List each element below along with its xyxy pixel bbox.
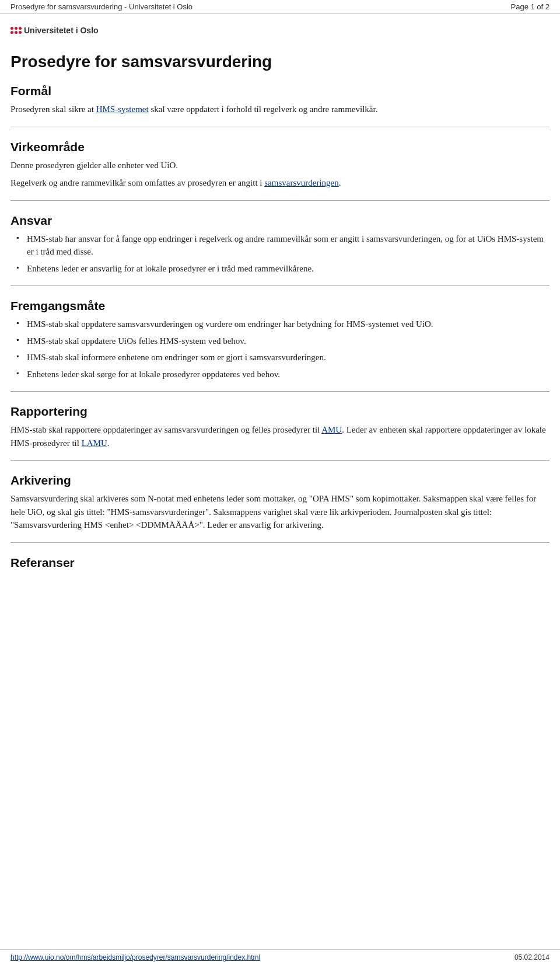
section-heading-fremgangsmate: Fremgangsmåte	[10, 299, 550, 313]
logo-text: Universitetet i Oslo	[24, 26, 99, 35]
section-heading-arkivering: Arkivering	[10, 473, 550, 487]
fremgangsmate-item-2: HMS-stab skal oppdatere UiOs felles HMS-…	[16, 335, 550, 348]
section-heading-virkeomrade: Virkeområde	[10, 140, 550, 154]
header-title: Prosedyre for samsvarsvurdering - Univer…	[10, 2, 192, 11]
logo-dots	[10, 27, 22, 34]
fremgangsmate-item-4: Enhetens leder skal sørge for at lokale …	[16, 368, 550, 381]
ansvar-item-2: Enhetens leder er ansvarlig for at lokal…	[16, 262, 550, 276]
amu-link[interactable]: AMU	[321, 425, 342, 434]
document-title: Prosedyre for samsvarsvurdering	[10, 53, 550, 71]
page-number: Page 1 of 2	[511, 2, 550, 11]
main-content: Prosedyre for samsvarsvurdering Formål P…	[0, 41, 560, 609]
fremgangsmate-item-1: HMS-stab skal oppdatere samsvarsvurderin…	[16, 318, 550, 331]
section-heading-ansvar: Ansvar	[10, 214, 550, 228]
divider-referanser	[10, 542, 550, 543]
fremgangsmate-list: HMS-stab skal oppdatere samsvarsvurderin…	[10, 318, 550, 381]
footer-url[interactable]: http://www.uio.no/om/hms/arbeidsmiljo/pr…	[10, 953, 260, 961]
logo-area: Universitetet i Oslo	[0, 14, 560, 41]
rapportering-paragraph: HMS-stab skal rapportere oppdateringer a…	[10, 423, 550, 450]
arkivering-paragraph: Samsvarsvurdering skal arkiveres som N-n…	[10, 492, 550, 532]
formal-paragraph: Prosedyren skal sikre at HMS-systemet sk…	[10, 103, 550, 116]
page-footer: http://www.uio.no/om/hms/arbeidsmiljo/pr…	[0, 949, 560, 965]
samsvarsvurderingen-link-1[interactable]: samsvarsvurderingen	[264, 178, 338, 187]
uio-logo-icon: Universitetet i Oslo	[10, 26, 99, 35]
divider-ansvar	[10, 200, 550, 201]
divider-virkeomrade	[10, 127, 550, 127]
logo-dot-3	[19, 27, 22, 30]
lamu-link[interactable]: LAMU	[82, 438, 107, 448]
hms-systemet-link[interactable]: HMS-systemet	[96, 104, 149, 114]
logo-dot-5	[15, 31, 18, 34]
section-heading-referanser: Referanser	[10, 556, 550, 570]
divider-arkivering	[10, 460, 550, 461]
logo-dot-2	[15, 27, 18, 30]
divider-fremgangsmate	[10, 285, 550, 286]
ansvar-item-1: HMS-stab har ansvar for å fange opp endr…	[16, 232, 550, 259]
logo-dot-4	[10, 31, 13, 34]
logo-dot-1	[10, 27, 13, 30]
page-header: Prosedyre for samsvarsvurdering - Univer…	[0, 0, 560, 14]
footer-date: 05.02.2014	[514, 953, 550, 961]
virkeomrade-paragraph-2: Regelverk og andre rammevilkår som omfat…	[10, 176, 550, 190]
ansvar-list: HMS-stab har ansvar for å fange opp endr…	[10, 232, 550, 276]
section-heading-rapportering: Rapportering	[10, 405, 550, 419]
logo-dot-6	[19, 31, 22, 34]
divider-rapportering	[10, 391, 550, 392]
virkeomrade-paragraph-1: Denne prosedyren gjelder alle enheter ve…	[10, 159, 550, 172]
section-heading-formal: Formål	[10, 84, 550, 98]
fremgangsmate-item-3: HMS-stab skal informere enhetene om endr…	[16, 351, 550, 364]
